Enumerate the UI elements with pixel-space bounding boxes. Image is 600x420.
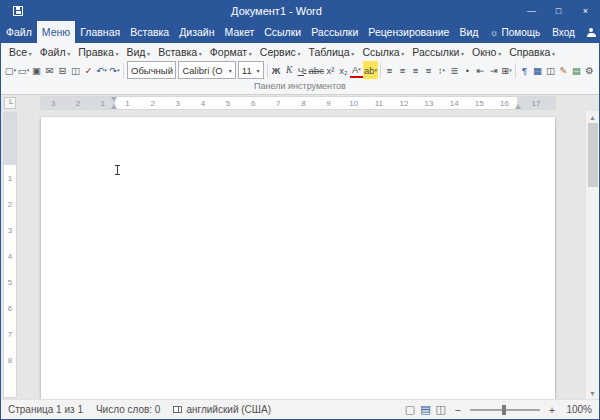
zoom-level[interactable]: 100% <box>564 404 592 415</box>
ruler-number: 5 <box>4 269 16 295</box>
macros-icon[interactable]: ⚙ <box>583 61 596 79</box>
menu-item[interactable]: Формат <box>206 45 256 59</box>
vertical-ruler[interactable]: 12345678 <box>4 113 16 397</box>
print-preview-icon[interactable]: ◫ <box>69 61 82 79</box>
document-page[interactable] <box>41 117 555 399</box>
scroll-up-icon[interactable]: ▲ <box>589 111 596 123</box>
tab-insert[interactable]: Вставка <box>125 21 174 43</box>
ruler-number: 2 <box>140 99 165 108</box>
zoom-slider-thumb[interactable] <box>502 405 506 415</box>
person-icon <box>587 28 596 37</box>
bold-button[interactable]: Ж <box>270 61 283 79</box>
tab-mailings[interactable]: Рассылки <box>306 21 363 43</box>
menu-item[interactable]: Файл <box>36 45 75 59</box>
left-indent-marker[interactable] <box>111 104 117 109</box>
subscript-button[interactable]: x₂ <box>337 61 350 79</box>
tab-selector-icon[interactable]: └ <box>4 97 16 109</box>
align-left-button[interactable]: ≡ <box>383 61 396 79</box>
ruler-number: 15 <box>467 99 492 108</box>
font-dropdown[interactable]: Calibri (О <box>178 61 235 79</box>
print-layout-button[interactable]: ▤ <box>420 403 430 416</box>
superscript-button[interactable]: x² <box>324 61 337 79</box>
tab-view[interactable]: Вид <box>454 21 483 43</box>
menu-item[interactable]: Вид <box>122 45 154 59</box>
tab-home[interactable]: Главная <box>75 21 125 43</box>
menu-item[interactable]: Рассылки <box>408 45 468 59</box>
highlight-button[interactable]: ab <box>363 61 378 79</box>
zoom-out-button[interactable]: − <box>453 404 463 416</box>
menu-item[interactable]: Правка <box>74 45 122 59</box>
columns-icon[interactable]: ◫ <box>544 61 557 79</box>
ruler-number: 11 <box>366 99 391 108</box>
style-dropdown[interactable]: Обычный <box>127 61 176 79</box>
line-spacing-button[interactable]: ↕ <box>435 61 448 79</box>
increase-indent-button[interactable]: ⇥ <box>487 61 500 79</box>
font-color-button[interactable]: А <box>350 63 363 78</box>
maximize-button[interactable]: □ <box>545 0 572 21</box>
minimize-button[interactable]: — <box>518 0 545 21</box>
drawing-icon[interactable]: ✎ <box>557 61 570 79</box>
document-map-icon[interactable]: ▤ <box>570 61 583 79</box>
tab-file[interactable]: Файл <box>1 21 37 43</box>
tab-menu[interactable]: Меню <box>37 21 75 43</box>
tab-design[interactable]: Дизайн <box>174 21 219 43</box>
spelling-icon[interactable]: ✓ <box>82 61 95 79</box>
redo-icon[interactable]: ↷ <box>108 61 121 79</box>
word-count[interactable]: Число слов: 0 <box>96 404 160 415</box>
justify-button[interactable]: ≡ <box>422 61 435 79</box>
undo-icon[interactable]: ↶ <box>95 61 108 79</box>
tab-references[interactable]: Ссылки <box>259 21 306 43</box>
quick-access-toolbar[interactable] <box>1 0 35 21</box>
bullet-list-button[interactable]: • <box>461 61 474 79</box>
tab-layout[interactable]: Макет <box>220 21 260 43</box>
numbered-list-button[interactable]: ≣ <box>448 61 461 79</box>
first-line-indent-marker[interactable] <box>111 97 117 102</box>
print-icon[interactable]: ⊟ <box>56 61 69 79</box>
open-icon[interactable]: ▭ <box>17 61 30 79</box>
save-icon[interactable] <box>13 6 23 16</box>
save-icon[interactable]: ▣ <box>30 61 43 79</box>
file-tools-group: ▢▭▣✉⊟◫✓↶↷ <box>4 61 121 79</box>
scroll-down-icon[interactable]: ▼ <box>589 387 596 399</box>
strikethrough-button[interactable]: abc <box>309 61 324 79</box>
share-button[interactable]: Общий доступ <box>581 21 599 43</box>
read-mode-button[interactable]: ▢ <box>405 403 415 416</box>
tab-review[interactable]: Рецензирование <box>363 21 454 43</box>
insert-table-icon[interactable]: ▦ <box>531 61 544 79</box>
align-center-button[interactable]: ≡ <box>396 61 409 79</box>
ruler-number: 16 <box>492 99 517 108</box>
zoom-in-button[interactable]: + <box>547 404 557 416</box>
right-indent-marker[interactable] <box>515 104 521 109</box>
page-indicator[interactable]: Страница 1 из 1 <box>8 404 83 415</box>
show-marks-button[interactable]: ¶ <box>518 61 531 79</box>
font-size-dropdown[interactable]: 11 <box>238 61 264 79</box>
menu-item[interactable]: Сервис <box>256 45 305 59</box>
web-layout-button[interactable]: ◫ <box>436 403 446 416</box>
ruler-number: 6 <box>241 99 266 108</box>
underline-button[interactable]: Ч <box>296 61 309 79</box>
ruler-right-margin: 17 <box>517 97 555 109</box>
menu-item[interactable]: Ссылка <box>358 45 408 59</box>
menu-item[interactable]: Окно <box>468 45 505 59</box>
sign-in-button[interactable]: Вход <box>546 21 581 43</box>
scrollbar-thumb[interactable] <box>588 123 598 187</box>
language-indicator[interactable]: английский (США) <box>173 404 271 415</box>
zoom-slider[interactable] <box>470 409 540 411</box>
ruler-number: 17 <box>517 99 555 108</box>
decrease-indent-button[interactable]: ⇤ <box>474 61 487 79</box>
menu-item[interactable]: Таблица <box>305 45 359 59</box>
email-icon[interactable]: ✉ <box>43 61 56 79</box>
menu-item[interactable]: Все <box>5 45 36 59</box>
borders-button[interactable]: ⊞ <box>500 61 513 79</box>
menu-item[interactable]: Вставка <box>154 45 206 59</box>
align-right-button[interactable]: ≡ <box>409 61 422 79</box>
horizontal-ruler[interactable]: 321 12345678910111213141516 17 <box>41 97 555 109</box>
new-document-icon[interactable]: ▢ <box>4 61 17 79</box>
ruler-number: 4 <box>4 243 16 269</box>
document-area[interactable]: 12345678 ▲ ▼ <box>1 111 599 399</box>
menu-item[interactable]: Справка <box>505 45 559 59</box>
help-button[interactable]: ☼ Помощь <box>483 21 546 43</box>
close-button[interactable]: × <box>572 0 599 21</box>
italic-button[interactable]: К <box>283 61 296 79</box>
vertical-scrollbar[interactable]: ▲ ▼ <box>585 111 599 399</box>
